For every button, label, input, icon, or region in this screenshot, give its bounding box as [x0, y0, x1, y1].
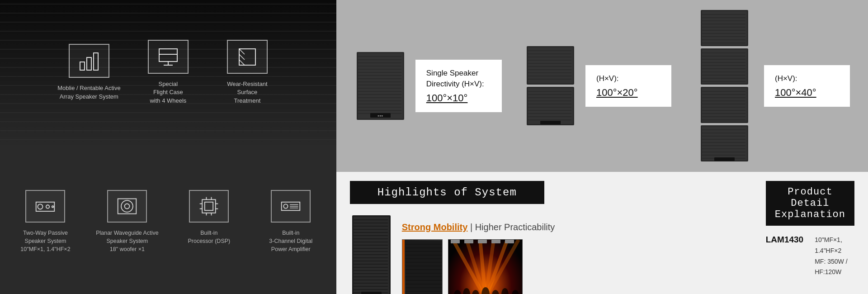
- bottom-icons-row: Two-Way PassiveSpeaker System10"MF×1, 1.…: [0, 172, 336, 267]
- feature-item-two-way: Two-Way PassiveSpeaker System10"MF×1, 1.…: [5, 185, 86, 258]
- svg-line-8: [239, 49, 245, 54]
- amplifier-icon-box: [271, 190, 311, 223]
- surface-treatment-icon: [236, 45, 259, 69]
- svg-rect-2: [94, 53, 98, 70]
- feature-item-dsp: Built-inProcessor (DSP): [168, 185, 250, 250]
- svg-rect-190: [478, 240, 487, 243]
- svg-rect-166: [406, 241, 442, 294]
- mobile-label: Moblie / Rentable Active Array Speaker S…: [54, 84, 124, 100]
- svg-rect-129: [714, 157, 735, 161]
- svg-rect-57: [528, 47, 573, 83]
- two-way-icon-box: [25, 190, 65, 223]
- feature-item-planar: Planar Waveguide ActiveSpeaker System18"…: [86, 185, 168, 258]
- crowd-svg: [448, 280, 523, 294]
- svg-rect-1: [87, 57, 91, 70]
- svg-text:●●●: ●●●: [377, 114, 383, 117]
- svg-point-194: [463, 288, 470, 294]
- directivity-section: ●●● Single Speaker Directivity (H×V): 10…: [336, 0, 868, 172]
- two-way-label: Two-Way PassiveSpeaker System10"MF×1, 1.…: [20, 229, 70, 253]
- svg-line-10: [239, 60, 245, 65]
- tall-cabinet-svg: [350, 213, 393, 294]
- planar-label: Planar Waveguide ActiveSpeaker System18"…: [96, 229, 159, 253]
- bottom-icons-section: Two-Way PassiveSpeaker System10"MF×1, 1.…: [0, 145, 336, 294]
- speaker-icon: [33, 195, 58, 217]
- double-speaker-title: (H×V):: [596, 73, 660, 84]
- single-speaker-svg: ●●●: [354, 50, 406, 122]
- quad-speaker-value: 100°×40°: [775, 87, 839, 99]
- bottom-right-section: Highlights of System: [336, 172, 868, 294]
- quad-speaker-svg: [698, 9, 750, 163]
- svg-rect-34: [358, 53, 403, 119]
- product-detail-section: Product Detail Explanation LAM1430 10"MF…: [752, 172, 868, 294]
- right-panel: ●●● Single Speaker Directivity (H×V): 10…: [336, 0, 868, 294]
- svg-rect-189: [464, 240, 473, 243]
- svg-rect-192: [505, 240, 514, 243]
- flight-case-label: SpecialFlight Casewith 4 Wheels: [150, 80, 186, 105]
- product-demo-img1: [402, 239, 443, 294]
- mobility-text: Strong Mobility | Higher Practicability: [402, 222, 555, 232]
- highlights-text-section: Strong Mobility | Higher Practicability: [402, 213, 555, 294]
- circle-speaker-icon: [114, 195, 140, 217]
- svg-rect-0: [80, 62, 85, 70]
- double-speaker-card: (H×V): 100°×20°: [524, 45, 671, 127]
- svg-rect-191: [491, 240, 500, 243]
- speaker-product-images: [350, 213, 393, 294]
- surface-icon-box: [227, 40, 268, 74]
- svg-point-12: [38, 204, 43, 209]
- planar-icon-box: [107, 190, 147, 223]
- directivity-bottom-row: (H×V): 100°×40°: [698, 9, 850, 163]
- svg-rect-3: [159, 49, 177, 62]
- feature-item-surface: Wear-ResistantSurfaceTreatment: [208, 31, 287, 114]
- svg-point-193: [454, 290, 461, 294]
- left-panel: Moblie / Rentable Active Array Speaker S…: [0, 0, 336, 294]
- double-speaker-value: 100°×20°: [596, 87, 660, 99]
- flight-case-icon-box: [148, 40, 189, 74]
- amplifier-label: Built-in3-Channel DigitalPower Amplifier: [269, 229, 312, 253]
- product-demo-images: [402, 239, 555, 294]
- single-speaker-card: ●●● Single Speaker Directivity (H×V): 10…: [354, 50, 502, 122]
- svg-point-198: [501, 288, 509, 294]
- monitor-icon: [156, 45, 180, 69]
- specs-line2: MF: 350W / HF:120W: [815, 258, 847, 276]
- svg-point-195: [472, 290, 479, 294]
- main-container: Moblie / Rentable Active Array Speaker S…: [0, 0, 868, 294]
- mobile-icon-box: [69, 44, 109, 78]
- svg-point-17: [125, 204, 130, 209]
- quad-speaker-image: [698, 9, 750, 163]
- svg-point-197: [492, 290, 499, 294]
- bar-chart-icon: [77, 49, 101, 73]
- svg-point-14: [52, 206, 54, 208]
- single-speaker-title: Single Speaker Directivity (H×V):: [426, 68, 491, 90]
- dsp-icon-box: [189, 190, 229, 223]
- svg-line-9: [239, 54, 245, 60]
- quad-speaker-title: (H×V):: [775, 73, 839, 84]
- specs-line1: 10"MF×1, 1.4"HF×2: [815, 236, 842, 254]
- product-demo-img2: [448, 239, 523, 294]
- svg-point-16: [121, 200, 133, 212]
- product-specs-text: 10"MF×1, 1.4"HF×2 MF: 350W / HF:120W: [815, 235, 854, 278]
- product-detail-content: LAM1430 10"MF×1, 1.4"HF×2 MF: 350W / HF:…: [766, 232, 854, 278]
- svg-point-29: [284, 204, 288, 208]
- feature-item-flight-case: SpecialFlight Casewith 4 Wheels: [128, 31, 208, 114]
- svg-rect-80: [540, 121, 561, 124]
- highlights-section: Highlights of System: [336, 172, 752, 294]
- demo-speaker-svg: [405, 240, 443, 294]
- svg-rect-156: [361, 292, 382, 294]
- product-model-label: LAM1430: [766, 235, 803, 245]
- feature-item-mobile: Moblie / Rentable Active Array Speaker S…: [49, 35, 128, 109]
- svg-rect-69: [528, 88, 573, 124]
- svg-point-196: [481, 287, 490, 294]
- highlights-title: Highlights of System: [350, 181, 544, 204]
- svg-rect-188: [451, 240, 460, 243]
- dsp-label: Built-inProcessor (DSP): [188, 229, 230, 245]
- svg-rect-15: [118, 199, 137, 213]
- product-detail-title: Product Detail Explanation: [766, 181, 854, 226]
- single-speaker-info: Single Speaker Directivity (H×V): 100°×1…: [415, 60, 502, 112]
- surface-label: Wear-ResistantSurfaceTreatment: [227, 80, 267, 105]
- directivity-top-row: ●●● Single Speaker Directivity (H×V): 10…: [354, 45, 671, 127]
- svg-point-199: [512, 290, 519, 294]
- mobility-separator: | Higher Practicability: [470, 222, 555, 232]
- svg-point-13: [46, 205, 49, 208]
- single-speaker-value: 100°×10°: [426, 92, 491, 104]
- svg-rect-18: [203, 199, 216, 213]
